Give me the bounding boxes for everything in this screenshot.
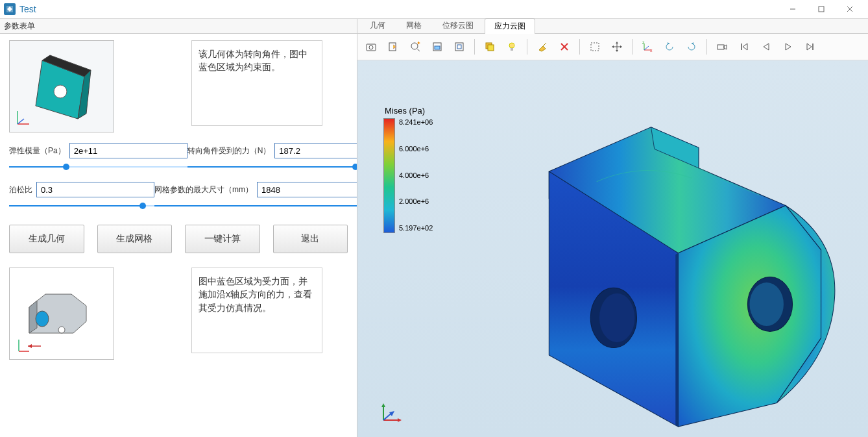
window-title: Test bbox=[19, 4, 36, 14]
mesh-label: 网格参数的最大尺寸（mm） bbox=[154, 184, 253, 195]
svg-line-44 bbox=[644, 46, 649, 50]
load-face-thumbnail bbox=[9, 268, 114, 360]
svg-point-68 bbox=[599, 293, 635, 342]
constraint-face-thumbnail bbox=[9, 40, 114, 132]
legend-tick: 8.241e+06 bbox=[399, 118, 433, 126]
svg-rect-28 bbox=[455, 43, 463, 51]
tab-mesh[interactable]: 网格 bbox=[396, 18, 431, 33]
app-icon bbox=[4, 3, 16, 15]
delete-icon[interactable] bbox=[555, 37, 574, 56]
svg-text:z: z bbox=[642, 41, 645, 45]
legend-tick: 4.000e+6 bbox=[399, 171, 433, 179]
force-input[interactable] bbox=[274, 143, 357, 158]
svg-rect-37 bbox=[591, 43, 599, 51]
modulus-label: 弹性模量（Pa） bbox=[9, 145, 66, 156]
legend-tick: 2.000e+6 bbox=[399, 197, 433, 205]
svg-marker-48 bbox=[692, 42, 693, 45]
viewer-panel: 几何 网格 位移云图 应力云图 ✦ z bbox=[357, 19, 868, 437]
svg-rect-29 bbox=[457, 45, 461, 49]
close-button[interactable] bbox=[836, 2, 864, 16]
stress-contour-model bbox=[474, 86, 855, 437]
modulus-input[interactable] bbox=[69, 143, 187, 158]
poisson-slider[interactable] bbox=[9, 201, 154, 210]
axes-icon[interactable]: zx bbox=[638, 37, 657, 56]
last-frame-icon[interactable] bbox=[801, 37, 820, 56]
pan-icon[interactable] bbox=[607, 37, 627, 56]
compute-button[interactable]: 一键计算 bbox=[185, 225, 260, 253]
modulus-slider[interactable] bbox=[9, 162, 187, 171]
svg-text:x: x bbox=[650, 48, 653, 53]
svg-point-32 bbox=[509, 43, 514, 48]
first-frame-icon[interactable] bbox=[734, 37, 754, 56]
svg-rect-49 bbox=[717, 45, 724, 49]
export-icon[interactable] bbox=[383, 37, 403, 56]
svg-line-11 bbox=[18, 119, 24, 124]
generate-mesh-button[interactable]: 生成网格 bbox=[97, 225, 173, 253]
marquee-icon[interactable] bbox=[585, 37, 605, 56]
color-legend: Mises (Pa) 8.241e+06 6.000e+6 4.000e+6 2… bbox=[383, 106, 433, 233]
prev-frame-icon[interactable] bbox=[756, 37, 776, 56]
svg-text:✦: ✦ bbox=[416, 41, 421, 46]
generate-geometry-button[interactable]: 生成几何 bbox=[9, 225, 84, 253]
svg-rect-2 bbox=[819, 6, 824, 12]
title-bar: Test bbox=[0, 0, 868, 19]
svg-marker-55 bbox=[807, 44, 812, 50]
light-icon[interactable] bbox=[502, 37, 522, 56]
mesh-slider[interactable] bbox=[154, 201, 357, 210]
svg-rect-27 bbox=[435, 46, 440, 49]
svg-marker-60 bbox=[398, 418, 402, 422]
zoom-icon[interactable]: ✦ bbox=[405, 37, 425, 56]
minimize-button[interactable] bbox=[778, 2, 807, 16]
maximize-button[interactable] bbox=[807, 2, 836, 16]
svg-marker-41 bbox=[620, 45, 622, 48]
fit-view-icon[interactable] bbox=[450, 37, 469, 56]
svg-marker-52 bbox=[743, 44, 747, 50]
clear-icon[interactable] bbox=[533, 37, 552, 56]
svg-marker-50 bbox=[724, 45, 727, 49]
box-select-icon[interactable] bbox=[428, 37, 447, 56]
poisson-label: 泊松比 bbox=[9, 184, 32, 195]
svg-rect-33 bbox=[511, 48, 513, 51]
svg-marker-71 bbox=[675, 253, 678, 427]
svg-marker-38 bbox=[616, 42, 618, 44]
svg-marker-17 bbox=[28, 344, 32, 348]
svg-marker-39 bbox=[616, 50, 618, 52]
tab-geometry[interactable]: 几何 bbox=[360, 18, 395, 33]
svg-line-24 bbox=[417, 49, 420, 51]
view-tabs: 几何 网格 位移云图 应力云图 bbox=[357, 19, 868, 34]
parameters-header: 参数表单 bbox=[0, 19, 357, 34]
legend-title: Mises (Pa) bbox=[385, 106, 433, 116]
constraint-note: 该几何体为转向角件，图中蓝色区域为约束面。 bbox=[191, 40, 322, 126]
exit-button[interactable]: 退出 bbox=[273, 225, 348, 253]
force-slider[interactable] bbox=[187, 162, 357, 171]
svg-rect-31 bbox=[488, 45, 494, 51]
tab-stress[interactable]: 应力云图 bbox=[485, 18, 535, 34]
legend-tick: 6.000e+6 bbox=[399, 145, 433, 153]
3d-viewport[interactable]: Mises (Pa) 8.241e+06 6.000e+6 4.000e+6 2… bbox=[357, 60, 868, 437]
parameters-panel: 参数表单 bbox=[0, 19, 357, 437]
rotate-cw-icon[interactable] bbox=[682, 37, 701, 56]
tab-displacement[interactable]: 位移云图 bbox=[433, 18, 483, 33]
screenshot-icon[interactable] bbox=[361, 37, 381, 56]
force-label: 转向角件受到的力（N） bbox=[187, 145, 271, 156]
load-note: 图中蓝色区域为受力面，并施加沿x轴反方向的力，查看其受力仿真情况。 bbox=[191, 268, 322, 353]
svg-marker-58 bbox=[381, 403, 385, 407]
camera-icon[interactable] bbox=[712, 37, 732, 56]
layers-icon[interactable] bbox=[480, 37, 500, 56]
next-frame-icon[interactable] bbox=[778, 37, 798, 56]
svg-line-34 bbox=[543, 43, 546, 46]
svg-marker-54 bbox=[786, 44, 791, 50]
svg-marker-40 bbox=[612, 45, 614, 48]
svg-point-70 bbox=[750, 282, 784, 326]
svg-point-14 bbox=[36, 311, 49, 327]
svg-point-15 bbox=[58, 327, 65, 333]
mesh-input[interactable] bbox=[257, 182, 357, 197]
svg-marker-53 bbox=[764, 44, 769, 50]
rotate-ccw-icon[interactable] bbox=[660, 37, 679, 56]
svg-point-21 bbox=[369, 45, 373, 49]
svg-marker-47 bbox=[668, 42, 669, 45]
svg-point-8 bbox=[54, 85, 67, 98]
legend-tick: 5.197e+02 bbox=[399, 224, 433, 232]
poisson-input[interactable] bbox=[36, 182, 154, 197]
viewer-toolbar: ✦ zx bbox=[357, 34, 868, 60]
